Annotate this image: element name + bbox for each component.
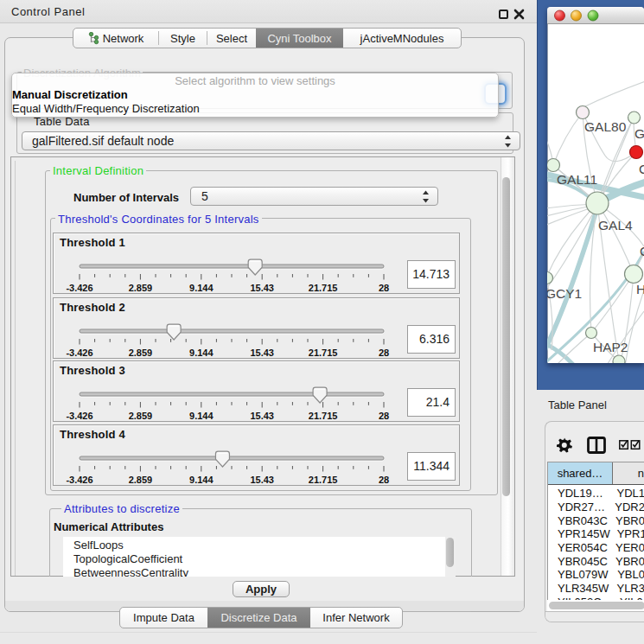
svg-text:21.715: 21.715 bbox=[309, 411, 338, 421]
svg-text:2.859: 2.859 bbox=[129, 411, 153, 421]
svg-text:15.43: 15.43 bbox=[250, 347, 274, 357]
svg-text:15.43: 15.43 bbox=[250, 283, 274, 293]
svg-text:2.859: 2.859 bbox=[129, 475, 153, 485]
svg-text:GAL4: GAL4 bbox=[598, 218, 633, 233]
svg-text:-3.426: -3.426 bbox=[66, 411, 92, 421]
svg-text:H: H bbox=[636, 282, 644, 296]
svg-text:9.144: 9.144 bbox=[189, 347, 214, 357]
svg-text:21.715: 21.715 bbox=[309, 475, 338, 485]
svg-text:2.859: 2.859 bbox=[129, 283, 153, 293]
svg-text:9.144: 9.144 bbox=[189, 475, 214, 485]
svg-text:28: 28 bbox=[379, 283, 389, 293]
svg-text:-3.426: -3.426 bbox=[66, 347, 92, 357]
svg-text:GAL80: GAL80 bbox=[584, 119, 627, 134]
svg-text:-3.426: -3.426 bbox=[66, 283, 92, 293]
svg-text:28: 28 bbox=[379, 411, 389, 421]
svg-text:HAP2: HAP2 bbox=[593, 340, 628, 354]
svg-text:28: 28 bbox=[379, 347, 389, 357]
svg-text:C: C bbox=[639, 162, 644, 176]
svg-text:15.43: 15.43 bbox=[250, 475, 274, 485]
svg-text:-3.426: -3.426 bbox=[66, 475, 92, 485]
svg-text:9.144: 9.144 bbox=[189, 411, 214, 421]
svg-text:28: 28 bbox=[379, 475, 389, 485]
svg-text:21.715: 21.715 bbox=[309, 283, 338, 293]
svg-text:15.43: 15.43 bbox=[250, 411, 274, 421]
svg-text:21.715: 21.715 bbox=[309, 347, 338, 357]
svg-text:GCY1: GCY1 bbox=[547, 286, 582, 301]
svg-text:2.859: 2.859 bbox=[129, 347, 153, 357]
svg-text:GA: GA bbox=[634, 126, 644, 141]
svg-text:GAL11: GAL11 bbox=[557, 172, 597, 187]
svg-text:9.144: 9.144 bbox=[189, 283, 214, 293]
svg-text:C: C bbox=[640, 244, 644, 258]
